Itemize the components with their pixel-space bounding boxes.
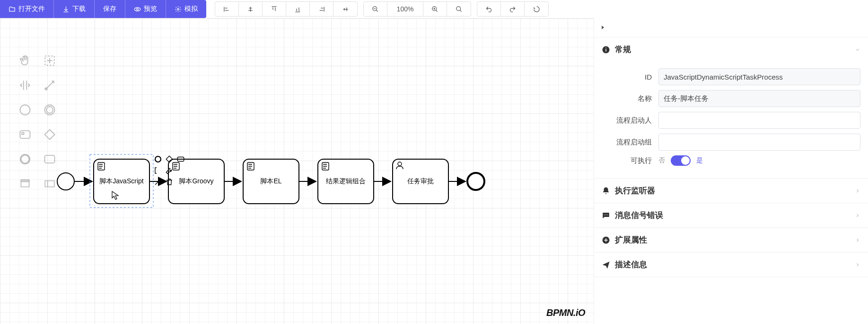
section-title-signals: 消息信号错误	[615, 210, 663, 221]
initiator-field[interactable]	[658, 112, 860, 129]
general-panel-body: ID 名称 流程启动人 流程启动组 可执行 否 是	[594, 62, 868, 178]
name-field[interactable]	[658, 90, 860, 107]
main-area: 脚本JavaScript 脚本Groovy 脚本EL 结果逻辑组合 任务审批	[0, 18, 868, 324]
zoom-in-icon	[431, 6, 438, 13]
task-icon	[176, 155, 185, 163]
align-left-button[interactable]	[215, 2, 239, 16]
initiator-group-field[interactable]	[658, 134, 860, 151]
initiator-group-label: 流程启动组	[602, 138, 658, 147]
chevron-right-icon	[855, 213, 860, 218]
top-toolbar: 打开文件 下载 保存 预览 模拟 100%	[0, 0, 868, 18]
zoom-fit-icon	[456, 6, 463, 13]
id-label: ID	[602, 73, 658, 81]
align-top-icon	[271, 6, 278, 13]
align-bottom-button[interactable]	[286, 2, 310, 16]
switch-off-label: 否	[658, 156, 665, 165]
bpmn-logo: BPMN.iO	[546, 307, 585, 318]
section-title-description: 描述信息	[615, 259, 647, 270]
redo-icon	[509, 6, 516, 13]
svg-point-0	[134, 7, 140, 11]
section-head-listeners[interactable]: 执行监听器	[594, 179, 868, 203]
eye-icon	[134, 6, 141, 13]
open-file-label: 打开文件	[18, 5, 45, 13]
svg-point-19	[155, 156, 161, 162]
cursor-icon	[112, 191, 119, 200]
zoom-level: 100%	[387, 2, 423, 16]
redo-button[interactable]	[501, 2, 525, 16]
diagram-canvas[interactable]: 脚本JavaScript 脚本Groovy 脚本EL 结果逻辑组合 任务审批	[0, 18, 594, 324]
chevron-right-icon	[855, 237, 860, 243]
align-h-center-icon	[247, 6, 254, 13]
svg-point-2	[177, 8, 179, 10]
wrench-icon	[165, 166, 174, 175]
task-4-label: 结果逻辑组合	[326, 177, 366, 185]
gear-icon	[175, 6, 182, 13]
save-button[interactable]: 保存	[95, 0, 125, 18]
pad-annotation[interactable]	[153, 166, 163, 175]
align-left-icon	[223, 6, 230, 13]
pad-append-task[interactable]	[176, 154, 185, 164]
open-file-button[interactable]: 打开文件	[0, 0, 54, 18]
section-title-extensions: 扩展属性	[615, 234, 647, 245]
pad-change-type[interactable]	[165, 166, 174, 175]
task-1-label: 脚本JavaScript	[99, 177, 143, 185]
executable-label: 可执行	[602, 156, 658, 165]
svg-rect-20	[177, 157, 184, 162]
save-label: 保存	[103, 5, 116, 13]
start-event-node[interactable]	[57, 173, 74, 190]
section-title-general: 常规	[615, 44, 631, 55]
switch-on-label: 是	[696, 156, 703, 165]
task-3-label: 脚本EL	[260, 177, 281, 185]
end-event-node[interactable]	[467, 173, 484, 190]
preview-button[interactable]: 预览	[125, 0, 166, 18]
zoom-out-button[interactable]	[364, 2, 387, 16]
send-icon	[602, 261, 610, 269]
refresh-icon	[533, 6, 540, 13]
section-head-description[interactable]: 描述信息	[594, 252, 868, 277]
gateway-icon	[165, 155, 174, 163]
end-event-icon	[154, 155, 162, 163]
undo-icon	[485, 6, 492, 13]
undo-button[interactable]	[477, 2, 501, 16]
svg-point-5	[456, 6, 460, 10]
reset-button[interactable]	[525, 2, 548, 16]
preview-label: 预览	[144, 5, 157, 13]
bell-icon	[602, 187, 610, 195]
pad-append-gateway[interactable]	[165, 154, 174, 164]
folder-open-icon	[9, 6, 16, 13]
download-button[interactable]: 下载	[54, 0, 95, 18]
zoom-in-button[interactable]	[423, 2, 447, 16]
section-head-signals[interactable]: 消息信号错误	[594, 203, 868, 227]
executable-toggle[interactable]	[671, 155, 691, 166]
align-top-button[interactable]	[263, 2, 286, 16]
section-title-listeners: 执行监听器	[615, 185, 655, 196]
align-right-icon	[318, 6, 325, 13]
alignment-group	[215, 1, 358, 17]
chevron-right-icon	[600, 25, 605, 30]
task-5-label: 任务审批	[407, 177, 434, 185]
simulate-button[interactable]: 模拟	[166, 0, 206, 18]
panel-collapse-button[interactable]	[594, 18, 868, 37]
id-field[interactable]	[658, 68, 860, 85]
history-group	[477, 1, 549, 17]
section-head-extensions[interactable]: 扩展属性	[594, 228, 868, 252]
svg-point-25	[605, 214, 606, 215]
zoom-fit-button[interactable]	[447, 2, 471, 16]
pad-append-end-event[interactable]	[153, 154, 163, 164]
section-head-general[interactable]: 常规	[594, 37, 868, 62]
svg-point-1	[137, 8, 139, 10]
workflow-diagram: 脚本JavaScript 脚本Groovy 脚本EL 结果逻辑组合 任务审批	[0, 18, 501, 232]
zoom-group: 100%	[363, 1, 471, 17]
connect-icon	[154, 178, 162, 186]
zoom-out-icon	[372, 6, 379, 13]
trash-icon	[165, 178, 174, 186]
annotation-icon	[154, 166, 162, 175]
pad-connect[interactable]	[153, 177, 163, 187]
pad-delete[interactable]	[165, 177, 174, 187]
align-h-center-button[interactable]	[239, 2, 263, 16]
align-v-center-button[interactable]	[333, 2, 357, 16]
chevron-right-icon	[855, 188, 860, 194]
align-right-button[interactable]	[310, 2, 333, 16]
chevron-right-icon	[855, 262, 860, 268]
name-label: 名称	[602, 94, 658, 103]
